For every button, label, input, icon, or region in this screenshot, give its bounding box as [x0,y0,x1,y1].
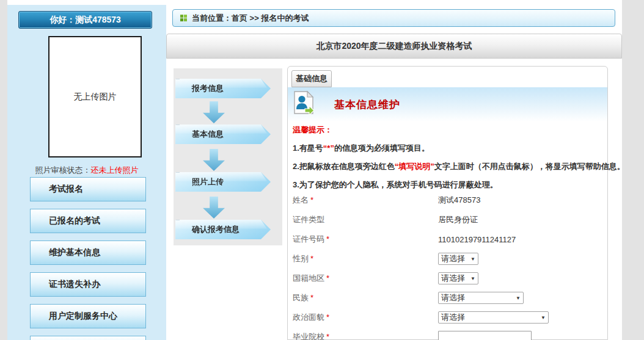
step-label: 照片上传 [192,176,224,187]
photo-status-label: 照片审核状态： [35,165,91,175]
sidebar-menu-item-user-custom-service-center[interactable]: 用户定制服务中心 [30,304,146,328]
photo-placeholder-box: 无上传图片 [48,36,142,157]
tip-line-3: 3.为了保护您的个人隐私，系统对手机号码进行屏蔽处理。 [293,179,498,190]
ribbon-fold-notch [175,169,180,173]
select-value: 请选择 [441,253,465,264]
field-label-political-status: 政治面貌* [293,312,438,323]
field-label-text: 姓名 [293,195,309,204]
step-ribbon-3[interactable]: 照片上传 [175,172,271,192]
form-row-id-type: 证件类型居民身份证 [293,210,605,230]
photo-placeholder-text: 无上传图片 [74,92,117,103]
sidebar-menu-item-maintain-basic-info[interactable]: 维护基本信息 [30,241,146,265]
exam-title: 北京市2020年度二级建造师执业资格考试 [316,41,472,52]
section-title: 基本信息维护 [334,87,400,121]
gender-select[interactable]: 请选择▼ [438,253,478,265]
menu-item-label: 已报名的考试 [49,215,100,226]
chevron-down-icon: ▼ [516,295,521,301]
select-value: 请选择 [441,273,465,284]
ribbon-fold-notch [175,121,180,125]
field-label-name: 姓名* [293,195,438,206]
required-marker: * [326,234,329,244]
required-marker: * [310,293,313,302]
field-value-id-type: 居民身份证 [438,214,478,225]
step-ribbon-2[interactable]: 基本信息 [175,125,271,144]
political-status-select[interactable]: 请选择▼ [438,311,549,324]
photo-status: 照片审核状态：还未上传照片 [7,165,166,176]
form-row-id-number: 证件号码*110102197911241127 [293,230,605,249]
select-value: 请选择 [441,292,465,303]
sidebar-menu-item-certificate-loss-reissue[interactable]: 证书遗失补办 [30,272,146,297]
sidebar-menu-item-registered-exams[interactable]: 已报名的考试 [30,209,146,233]
tip-prefix: 3.为了保护您的个人隐私，系统对手机号码进行屏蔽处理。 [293,180,498,189]
step-ribbon-1[interactable]: 报考信息 [175,79,271,98]
required-marker: * [310,254,313,263]
nationality-region-select[interactable]: 请选择▼ [438,272,478,284]
ethnicity-select[interactable]: 请选择▼ [438,292,524,304]
sidebar-menu-item-exam-registration[interactable]: 考试报名 [30,177,146,201]
field-label-graduate-school: 毕业院校* [293,331,438,340]
field-value-id-number: 110102197911241127 [438,235,516,244]
sidebar: 你好：测试478573 无上传图片 照片审核状态：还未上传照片 考试报名已报名的… [7,5,166,340]
field-label-gender: 性别* [293,253,438,264]
field-label-text: 政治面貌 [293,313,324,322]
user-document-icon [293,90,314,115]
step-down-arrow-icon [203,197,225,219]
field-label-ethnicity: 民族* [293,292,438,303]
chevron-down-icon: ▼ [470,256,475,262]
form-row-political-status: 政治面貌*请选择▼ [293,308,605,327]
form-row-gender: 性别*请选择▼ [293,249,605,269]
tips-title: 温馨提示： [293,125,332,136]
tip-suffix: 文字上面时（不用点击鼠标），将显示填写帮助信息。 [434,162,625,171]
steps-panel: 报考信息基本信息照片上传确认报考信息 [174,68,282,245]
field-label-text: 国籍地区 [293,273,324,283]
grid-icon [180,15,187,21]
required-marker: * [326,332,329,340]
menu-item-label: 考试报名 [49,184,83,195]
field-label-nationality-region: 国籍地区* [293,273,438,284]
sidebar-menu-item-partial-item[interactable] [30,336,146,340]
tip-prefix: 1.有星号 [293,143,323,153]
field-label-text: 民族 [293,293,309,302]
select-value: 请选择 [441,312,465,323]
form-rows: 姓名*测试478573证件类型居民身份证证件号码*110102197911241… [293,190,605,340]
photo-status-value: 还未上传照片 [91,165,139,175]
breadcrumb: 当前位置：首页 >> 报名中的考试 [172,9,615,27]
menu-item-label: 用户定制服务中心 [49,311,117,322]
graduate-school-input[interactable] [438,331,532,340]
tip-highlight: “填写说明” [395,162,434,171]
greeting-button[interactable]: 你好：测试478573 [18,11,152,29]
menu-item-label: 维护基本信息 [49,247,100,258]
step-label: 报考信息 [192,83,224,94]
exam-title-bar: 北京市2020年度二级建造师执业资格考试 [166,34,622,59]
required-marker: * [310,195,313,204]
tip-suffix: 的信息项为必须填写项目。 [334,143,430,153]
chevron-down-icon: ▼ [541,315,546,320]
field-label-id-number: 证件号码* [293,234,438,245]
form-row-nationality-region: 国籍地区*请选择▼ [293,269,605,288]
breadcrumb-text: 当前位置：首页 >> 报名中的考试 [192,13,309,24]
menu-item-label: 证书遗失补办 [49,279,100,290]
tip-prefix: 2.把鼠标放在信息项旁边红色 [293,162,395,171]
field-label-text: 毕业院校 [293,332,324,340]
step-down-arrow-icon [203,149,225,171]
required-marker: * [326,313,329,322]
form-row-ethnicity: 民族*请选择▼ [293,288,605,308]
ribbon-fold-notch [175,76,180,79]
required-marker: * [326,273,329,283]
field-label-text: 证件类型 [293,215,324,224]
field-label-text: 性别 [293,254,309,263]
ribbon-fold-notch [175,217,180,220]
form-row-graduate-school: 毕业院校* [293,327,605,340]
tip-line-2: 2.把鼠标放在信息项旁边红色“填写说明”文字上面时（不用点击鼠标），将显示填写帮… [293,161,625,172]
step-label: 基本信息 [192,129,224,140]
field-label-text: 证件号码 [293,234,324,244]
chevron-down-icon: ▼ [470,276,475,281]
basic-info-panel: 基础信息 基本信息维护 温馨提示： 1.有星号“*”的信息项为必须填写项目。2.… [287,66,608,340]
tip-highlight: “*” [323,143,334,153]
step-ribbon-4[interactable]: 确认报考信息 [175,220,271,239]
tab-basic-info[interactable]: 基础信息 [291,70,332,87]
field-label-id-type: 证件类型 [293,214,438,225]
step-down-arrow-icon [203,101,225,123]
tip-line-1: 1.有星号“*”的信息项为必须填写项目。 [293,143,430,154]
form-row-name: 姓名*测试478573 [293,190,605,210]
